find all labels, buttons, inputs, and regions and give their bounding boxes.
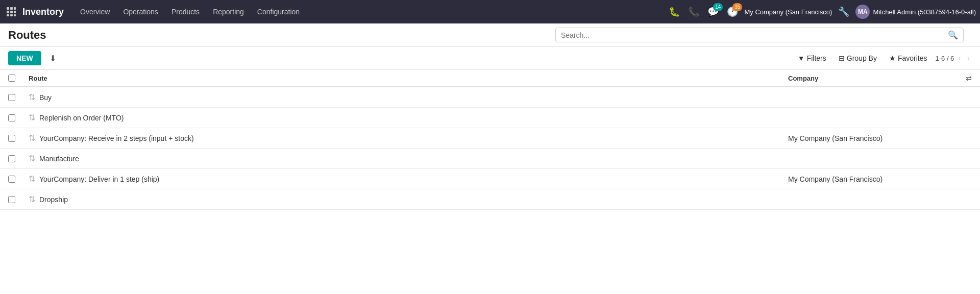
- row-name: ⇅ Manufacture: [29, 154, 788, 163]
- menu-overview[interactable]: Overview: [74, 5, 116, 19]
- user-avatar: MA: [855, 5, 870, 19]
- new-button[interactable]: NEW: [8, 51, 41, 65]
- row-checkbox-container[interactable]: [8, 176, 29, 183]
- route-column-header: Route: [29, 75, 788, 82]
- chat-icon[interactable]: 💬 14: [705, 4, 721, 19]
- chat-badge: 14: [713, 3, 723, 11]
- table-row[interactable]: ⇅ YourCompany: Deliver in 1 step (ship) …: [0, 169, 980, 189]
- row-name: ⇅ Dropship: [29, 194, 788, 204]
- route-name: YourCompany: Deliver in 1 step (ship): [39, 175, 159, 183]
- user-menu[interactable]: MA Mitchell Admin (50387594-16-0-all): [855, 5, 976, 19]
- row-company: My Company (San Francisco): [788, 175, 951, 183]
- svg-rect-5: [14, 11, 16, 13]
- drag-handle-icon[interactable]: ⇅: [29, 133, 35, 143]
- row-checkbox-container[interactable]: [8, 114, 29, 121]
- table-row[interactable]: ⇅ YourCompany: Receive in 2 steps (input…: [0, 128, 980, 149]
- routes-table: Route Company ⇄ ⇅ Buy ⇅ Replenish on Ord…: [0, 70, 980, 210]
- select-all-checkbox[interactable]: [8, 75, 15, 82]
- row-checkbox[interactable]: [8, 176, 15, 183]
- menu-reporting[interactable]: Reporting: [207, 5, 250, 19]
- debug-icon[interactable]: 🐛: [667, 4, 682, 19]
- menu-configuration[interactable]: Configuration: [251, 5, 306, 19]
- favorites-label: Favorites: [898, 54, 927, 62]
- drag-handle-icon[interactable]: ⇅: [29, 113, 35, 122]
- table-row[interactable]: ⇅ Buy: [0, 87, 980, 108]
- row-name: ⇅ Buy: [29, 92, 788, 102]
- drag-handle-icon[interactable]: ⇅: [29, 154, 35, 163]
- prev-page-button[interactable]: ‹: [956, 53, 963, 64]
- filters-button[interactable]: ▼ Filters: [794, 52, 830, 64]
- table-row[interactable]: ⇅ Dropship: [0, 189, 980, 210]
- menu-operations[interactable]: Operations: [117, 5, 164, 19]
- row-checkbox[interactable]: [8, 196, 15, 203]
- phone-icon[interactable]: 📞: [686, 4, 701, 19]
- toolbar: NEW ⬇ ▼ Filters ⊟ Group By ★ Favorites 1…: [0, 47, 980, 70]
- row-name: ⇅ YourCompany: Deliver in 1 step (ship): [29, 174, 788, 184]
- route-name: Buy: [39, 93, 52, 102]
- search-icon[interactable]: 🔍: [948, 30, 958, 40]
- activity-badge: 35: [732, 3, 742, 11]
- app-grid-icon[interactable]: [4, 5, 18, 19]
- drag-handle-icon[interactable]: ⇅: [29, 174, 35, 184]
- drag-handle-icon[interactable]: ⇅: [29, 194, 35, 204]
- groupby-icon: ⊟: [839, 54, 845, 62]
- app-brand: Inventory: [22, 7, 64, 17]
- page-header: Routes 🔍: [0, 23, 980, 47]
- pagination: 1-6 / 6 ‹ ›: [935, 53, 972, 64]
- page-title: Routes: [8, 29, 46, 42]
- row-checkbox-container[interactable]: [8, 155, 29, 162]
- company-name[interactable]: My Company (San Francisco): [744, 8, 832, 16]
- favorites-button[interactable]: ★ Favorites: [885, 52, 932, 64]
- row-checkbox[interactable]: [8, 155, 15, 162]
- search-input[interactable]: [561, 31, 948, 39]
- filter-icon: ▼: [798, 54, 805, 62]
- svg-rect-6: [7, 14, 9, 16]
- row-checkbox[interactable]: [8, 114, 15, 121]
- groupby-label: Group By: [847, 54, 877, 62]
- table-row[interactable]: ⇅ Replenish on Order (MTO): [0, 108, 980, 128]
- row-checkbox[interactable]: [8, 94, 15, 101]
- route-name: Dropship: [39, 195, 68, 204]
- settings-icon[interactable]: 🔧: [836, 4, 851, 19]
- search-bar[interactable]: 🔍: [555, 28, 964, 42]
- route-name: Replenish on Order (MTO): [39, 114, 124, 122]
- svg-rect-1: [10, 7, 13, 10]
- row-company: My Company (San Francisco): [788, 134, 951, 142]
- company-column-header: Company: [788, 75, 951, 82]
- groupby-button[interactable]: ⊟ Group By: [835, 52, 881, 64]
- row-checkbox-container[interactable]: [8, 196, 29, 203]
- topnav-right: 🐛 📞 💬 14 🕐 35 My Company (San Francisco)…: [667, 4, 976, 19]
- svg-rect-2: [14, 7, 16, 10]
- toolbar-right: ▼ Filters ⊟ Group By ★ Favorites 1-6 / 6…: [794, 52, 972, 64]
- menu-products[interactable]: Products: [165, 5, 206, 19]
- svg-rect-4: [10, 11, 13, 13]
- svg-rect-3: [7, 11, 9, 13]
- svg-rect-8: [14, 14, 16, 16]
- top-navigation: Inventory Overview Operations Products R…: [0, 0, 980, 23]
- download-button[interactable]: ⬇: [45, 52, 60, 65]
- table-header: Route Company ⇄: [0, 70, 980, 87]
- row-name: ⇅ Replenish on Order (MTO): [29, 113, 788, 122]
- svg-rect-0: [7, 7, 9, 10]
- column-adjust-icon[interactable]: ⇄: [966, 74, 972, 82]
- pagination-text: 1-6 / 6: [935, 55, 954, 62]
- column-adjust-container[interactable]: ⇄: [951, 74, 972, 82]
- row-checkbox-container[interactable]: [8, 94, 29, 101]
- drag-handle-icon[interactable]: ⇅: [29, 92, 35, 102]
- svg-rect-7: [10, 14, 13, 16]
- activity-icon[interactable]: 🕐 35: [725, 4, 740, 19]
- route-name: YourCompany: Receive in 2 steps (input +…: [39, 134, 194, 142]
- row-checkbox[interactable]: [8, 135, 15, 142]
- row-name: ⇅ YourCompany: Receive in 2 steps (input…: [29, 133, 788, 143]
- select-all-checkbox-container[interactable]: [8, 75, 29, 82]
- main-menu: Overview Operations Products Reporting C…: [74, 5, 665, 19]
- route-name: Manufacture: [39, 155, 79, 163]
- star-icon: ★: [889, 54, 896, 62]
- table-row[interactable]: ⇅ Manufacture: [0, 149, 980, 169]
- row-checkbox-container[interactable]: [8, 135, 29, 142]
- next-page-button[interactable]: ›: [965, 53, 972, 64]
- filters-label: Filters: [807, 54, 826, 62]
- username: Mitchell Admin (50387594-16-0-all): [873, 8, 976, 16]
